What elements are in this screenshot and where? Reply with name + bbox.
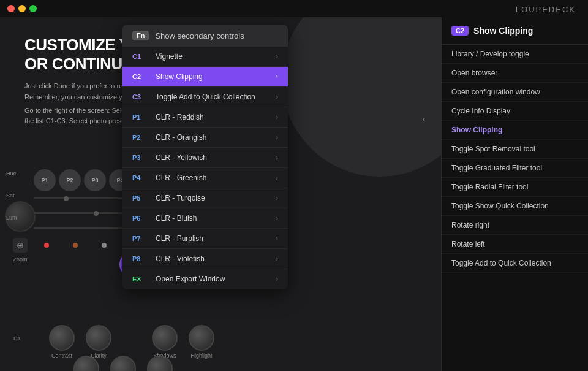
blacks-knob[interactable] [110, 356, 136, 371]
blacks-knob-group: Blacks [110, 356, 136, 371]
dropdown-item-p5[interactable]: P5 CLR - Turqoise › [123, 188, 288, 208]
traffic-lights [7, 5, 37, 12]
chevron-icon: › [276, 214, 278, 223]
p1-button[interactable]: P1 [34, 169, 56, 191]
fn-badge: Fn [132, 31, 149, 40]
item-label: CLR - Greenish [156, 174, 276, 182]
right-panel-item-3[interactable]: Cycle Info Display [442, 102, 588, 121]
exposure-knob[interactable] [74, 356, 99, 371]
highlights-knob[interactable] [189, 325, 214, 351]
dropdown-panel: Fn Show secondary controls C1 Vignette ›… [123, 25, 288, 289]
dot-red [44, 243, 49, 248]
spacer [123, 325, 141, 359]
clarity-knob-group: Clarity [86, 325, 111, 359]
item-label: CLR - Orangish [156, 133, 276, 142]
right-panel-item-4[interactable]: Show Clipping [442, 121, 588, 140]
item-label: CLR - Reddish [156, 113, 276, 121]
shadows-knob[interactable] [152, 325, 178, 351]
close-button[interactable] [7, 5, 15, 12]
zoom-label: Zoom [13, 256, 27, 262]
item-label: Open Export Window [156, 275, 276, 283]
dropdown-items-container: C1 Vignette › C2 Show Clipping › C3 Togg… [123, 47, 288, 289]
sat-label: Sat [6, 193, 17, 199]
right-panel-item-8[interactable]: Toggle Show Quick Collection [442, 197, 588, 216]
item-badge: C1 [132, 53, 149, 60]
item-badge: P7 [132, 235, 149, 242]
right-panel-header: C2 Show Clipping [442, 17, 588, 45]
hue-label: Hue [6, 170, 17, 177]
dropdown-item-p4[interactable]: P4 CLR - Greenish › [123, 168, 288, 188]
item-label: Toggle Add to Quick Collection [156, 93, 276, 101]
right-panel-item-6[interactable]: Toggle Graduated Filter tool [442, 159, 588, 178]
fullscreen-button[interactable] [29, 5, 37, 12]
item-badge: P6 [132, 215, 149, 222]
back-arrow-button[interactable]: ‹ [415, 110, 432, 128]
item-label: CLR - Bluish [156, 214, 276, 223]
chevron-icon: › [276, 72, 278, 81]
item-label: CLR - Turqoise [156, 194, 276, 202]
slider-thumb-1[interactable] [64, 196, 69, 201]
whites-knob-group: Whites [147, 356, 173, 371]
plus-minus-icon[interactable]: ⊕ [17, 240, 24, 250]
dot-gray1 [102, 243, 107, 248]
chevron-icon: › [276, 133, 278, 142]
dropdown-item-c1[interactable]: C1 Vignette › [123, 47, 288, 67]
fn-header: Fn Show secondary controls [123, 25, 288, 47]
bottom-knobs-row: Contrast Clarity Shadows Highlight [49, 325, 214, 359]
chevron-icon: › [276, 234, 278, 243]
item-label: Show Clipping [156, 72, 276, 81]
chevron-icon: › [276, 153, 278, 162]
clarity-knob[interactable] [86, 325, 111, 351]
right-panel-item-2[interactable]: Open configuration window [442, 83, 588, 102]
title-bar: LOUPEDECK [0, 0, 588, 17]
item-badge: EX [132, 275, 149, 283]
item-label: CLR - Yellowish [156, 153, 276, 162]
right-panel-item-10[interactable]: Rotate left [442, 235, 588, 254]
item-badge: P8 [132, 255, 149, 262]
dropdown-item-c3[interactable]: C3 Toggle Add to Quick Collection › [123, 87, 288, 107]
p3-button[interactable]: P3 [84, 169, 106, 191]
p2-button[interactable]: P2 [59, 169, 81, 191]
dropdown-item-ex[interactable]: EX Open Export Window › [123, 269, 288, 289]
right-panel: C2 Show Clipping Library / Develop toggl… [441, 17, 588, 371]
item-label: CLR - Purplish [156, 234, 276, 243]
dropdown-item-p1[interactable]: P1 CLR - Reddish › [123, 107, 288, 128]
right-panel-item-1[interactable]: Open browser [442, 64, 588, 83]
dropdown-item-p6[interactable]: P6 CLR - Bluish › [123, 208, 288, 229]
item-badge: P5 [132, 194, 149, 202]
chevron-icon: › [276, 194, 278, 202]
right-panel-item-11[interactable]: Toggle Add to Quick Collection [442, 254, 588, 273]
dropdown-item-p3[interactable]: P3 CLR - Yellowish › [123, 148, 288, 168]
item-badge: P4 [132, 174, 149, 182]
item-label: CLR - Violetish [156, 254, 276, 263]
right-panel-badge: C2 [451, 26, 469, 36]
right-panel-list: Library / Develop toggleOpen browserOpen… [442, 45, 588, 273]
chevron-icon: › [276, 275, 278, 283]
item-badge: C3 [132, 93, 149, 101]
highlights-label: Highlight [190, 353, 212, 359]
chevron-icon: › [276, 113, 278, 121]
contrast-knob[interactable] [49, 325, 75, 351]
right-panel-item-0[interactable]: Library / Develop toggle [442, 45, 588, 64]
dropdown-item-p2[interactable]: P2 CLR - Orangish › [123, 128, 288, 148]
slider-thumb-2[interactable] [94, 211, 99, 216]
app-logo: LOUPEDECK [516, 5, 576, 14]
chevron-icon: › [276, 254, 278, 263]
right-panel-item-5[interactable]: Toggle Spot Removal tool [442, 140, 588, 159]
chevron-icon: › [276, 174, 278, 182]
dropdown-item-p8[interactable]: P8 CLR - Violetish › [123, 249, 288, 269]
fn-label: Show secondary controls [155, 31, 244, 40]
dropdown-item-c2[interactable]: C2 Show Clipping › [123, 67, 288, 87]
contrast-knob-group: Contrast [49, 325, 75, 359]
dot-brown [73, 243, 78, 248]
zoom-control: ⊕ [13, 238, 28, 253]
item-label: Vignette [156, 52, 276, 61]
lowest-knobs-row: Exposure Blacks Whites [74, 356, 173, 371]
hsl-labels: Hue Sat Lum [6, 170, 17, 221]
minimize-button[interactable] [18, 5, 26, 12]
right-panel-item-9[interactable]: Rotate right [442, 216, 588, 235]
item-badge: P3 [132, 154, 149, 161]
dropdown-item-p7[interactable]: P7 CLR - Purplish › [123, 229, 288, 249]
right-panel-item-7[interactable]: Toggle Radial Filter tool [442, 178, 588, 197]
whites-knob[interactable] [147, 356, 173, 371]
